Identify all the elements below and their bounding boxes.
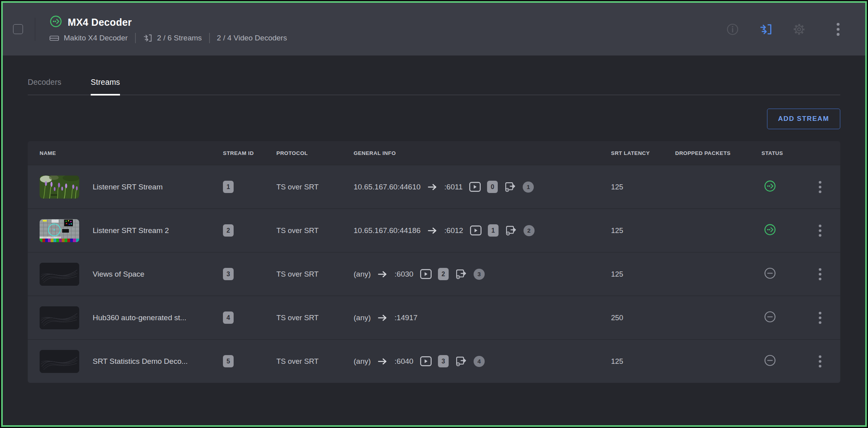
column-header-name: NAME bbox=[40, 150, 223, 156]
page-title: MX4 Decoder bbox=[68, 17, 132, 28]
table-row[interactable]: Listener SRT Stream 1 TS over SRT 10.65.… bbox=[28, 165, 840, 208]
column-header-status: STATUS bbox=[761, 150, 809, 156]
column-header-protocol: PROTOCOL bbox=[276, 150, 354, 156]
play-icon bbox=[470, 225, 482, 235]
gear-icon[interactable] bbox=[792, 23, 806, 36]
status-stopped-icon bbox=[764, 354, 776, 368]
stream-id-cell: 4 bbox=[223, 311, 276, 324]
arrow-right-icon bbox=[377, 357, 388, 365]
tab-bar: Decoders Streams bbox=[28, 55, 840, 95]
table-row[interactable]: SRT Statistics Demo Deco... 5 TS over SR… bbox=[28, 339, 840, 383]
stream-id-cell: 5 bbox=[223, 355, 276, 367]
stream-thumbnail bbox=[40, 176, 79, 199]
stream-id-badge: 5 bbox=[223, 355, 234, 367]
arrow-right-icon bbox=[427, 227, 438, 235]
table-header-row: NAME STREAM ID PROTOCOL GENERAL INFO SRT… bbox=[28, 141, 840, 165]
general-info-cell: (any) :6030 2 bbox=[354, 268, 611, 280]
status-cell bbox=[761, 354, 809, 368]
arrow-right-icon bbox=[377, 270, 388, 278]
general-info-icons: 3 4 bbox=[420, 355, 485, 367]
table-row[interactable]: Views of Space 3 TS over SRT (any) :6030 bbox=[28, 252, 840, 296]
row-kebab-menu-icon[interactable] bbox=[817, 353, 824, 370]
source-address: (any) bbox=[354, 270, 371, 279]
source-address: 10.65.167.60:44610 bbox=[354, 183, 421, 191]
row-actions-cell bbox=[809, 310, 831, 326]
decoders-summary: 2 / 4 Video Decoders bbox=[217, 34, 287, 42]
stream-thumbnail bbox=[40, 263, 79, 286]
stream-id-cell: 2 bbox=[223, 224, 276, 237]
stream-name: Listener SRT Stream 2 bbox=[93, 226, 169, 235]
table-row[interactable]: Listener SRT Stream 2 2 TS over SRT 10.6… bbox=[28, 208, 840, 252]
general-info-cell: (any) :6040 3 bbox=[354, 355, 611, 367]
general-info-cell: (any) :14917 bbox=[354, 313, 611, 322]
play-icon bbox=[469, 182, 481, 192]
status-stopped-icon bbox=[764, 267, 776, 281]
stream-id-cell: 1 bbox=[223, 181, 276, 193]
stream-id-badge: 3 bbox=[223, 268, 234, 280]
row-actions-cell bbox=[809, 179, 831, 195]
toolbar: ADD STREAM bbox=[28, 109, 840, 129]
output-number-badge: 3 bbox=[474, 269, 485, 280]
decoder-active-icon bbox=[49, 15, 62, 29]
stream-name: Hub360 auto-generated st... bbox=[93, 313, 187, 322]
srt-latency-cell: 125 bbox=[611, 357, 675, 366]
stream-id-cell: 3 bbox=[223, 268, 276, 280]
status-cell bbox=[761, 267, 809, 281]
streams-summary: 2 / 6 Streams bbox=[157, 34, 202, 42]
thumbnail-flowers-art bbox=[40, 176, 79, 199]
thumbnail-dark-art bbox=[40, 350, 79, 373]
status-active-icon bbox=[764, 180, 776, 194]
add-stream-button[interactable]: ADD STREAM bbox=[767, 109, 840, 129]
row-actions-cell bbox=[809, 222, 831, 239]
protocol-cell: TS over SRT bbox=[276, 183, 354, 191]
row-kebab-menu-icon[interactable] bbox=[817, 266, 824, 283]
row-kebab-menu-icon[interactable] bbox=[817, 310, 824, 326]
name-cell: Views of Space bbox=[40, 263, 223, 286]
arrow-right-icon bbox=[427, 183, 438, 191]
column-header-dropped-packets: DROPPED PACKETS bbox=[675, 150, 761, 156]
protocol-cell: TS over SRT bbox=[276, 270, 354, 279]
device-icon bbox=[49, 35, 59, 41]
general-info-icons: 0 1 bbox=[469, 181, 534, 193]
info-icon[interactable] bbox=[726, 23, 739, 36]
thumbnail-dark-art bbox=[40, 263, 79, 286]
column-header-general-info: GENERAL INFO bbox=[354, 150, 611, 156]
source-address: (any) bbox=[354, 357, 371, 366]
general-info-cell: 10.65.167.60:44610 :6011 0 bbox=[354, 181, 611, 193]
play-icon bbox=[420, 356, 432, 366]
stream-thumbnail bbox=[40, 350, 79, 373]
destination-port: :6012 bbox=[444, 226, 463, 235]
arrow-right-icon bbox=[377, 314, 388, 322]
kebab-menu-icon[interactable] bbox=[831, 23, 845, 36]
streams-panel-icon[interactable] bbox=[759, 23, 773, 36]
streams-icon bbox=[143, 33, 152, 43]
general-info-icons: 2 3 bbox=[420, 268, 485, 280]
status-active-icon bbox=[764, 224, 776, 237]
device-header: MX4 Decoder Makito X4 Decoder bbox=[3, 3, 865, 55]
stream-id-badge: 4 bbox=[223, 311, 234, 324]
table-row[interactable]: Hub360 auto-generated st... 4 TS over SR… bbox=[28, 296, 840, 339]
header-actions bbox=[726, 23, 865, 36]
destination-port: :6011 bbox=[444, 183, 463, 191]
device-meta: Makito X4 Decoder 2 / 6 Streams 2 / 4 Vi… bbox=[49, 33, 287, 43]
output-number-badge: 2 bbox=[523, 225, 535, 236]
destination-port: :6040 bbox=[394, 357, 413, 366]
srt-latency-cell: 125 bbox=[611, 183, 675, 191]
stream-thumbnail bbox=[40, 219, 79, 242]
stream-name: Views of Space bbox=[93, 270, 145, 279]
srt-latency-cell: 125 bbox=[611, 226, 675, 235]
source-address: 10.65.167.60:44186 bbox=[354, 226, 421, 235]
protocol-cell: TS over SRT bbox=[276, 357, 354, 366]
route-output-icon bbox=[505, 225, 517, 236]
row-kebab-menu-icon[interactable] bbox=[817, 179, 824, 195]
tab-streams[interactable]: Streams bbox=[91, 78, 120, 95]
srt-latency-cell: 250 bbox=[611, 313, 675, 322]
stream-table-body: Listener SRT Stream 1 TS over SRT 10.65.… bbox=[28, 165, 840, 383]
general-info-cell: 10.65.167.60:44186 :6012 1 bbox=[354, 224, 611, 237]
decoder-number-badge: 2 bbox=[438, 268, 449, 280]
tab-decoders[interactable]: Decoders bbox=[28, 78, 61, 95]
device-select-checkbox[interactable] bbox=[13, 24, 23, 34]
column-header-srt-latency: SRT LATENCY bbox=[611, 150, 675, 156]
stream-id-badge: 2 bbox=[223, 224, 234, 237]
row-kebab-menu-icon[interactable] bbox=[817, 222, 824, 239]
